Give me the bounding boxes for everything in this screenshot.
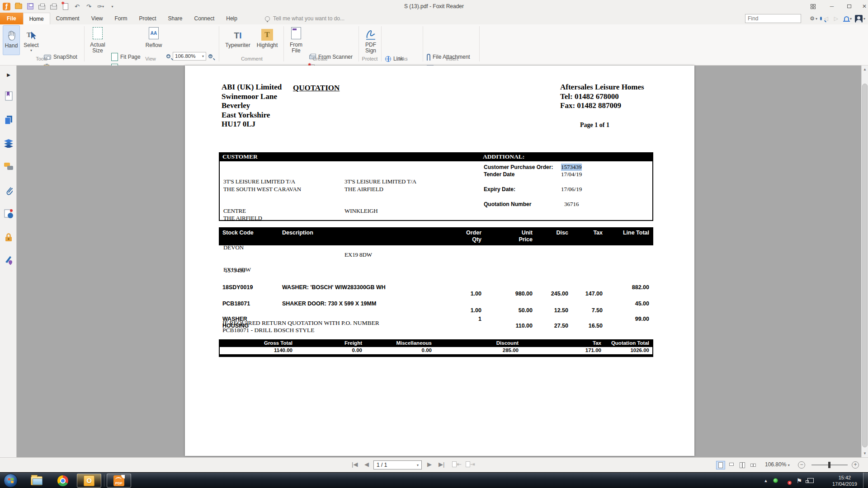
layers-panel-icon[interactable]: [3, 138, 14, 149]
typewriter-button[interactable]: TI Typewriter: [223, 25, 252, 55]
close-button[interactable]: ✕: [855, 0, 868, 13]
taskbar-clock[interactable]: 15:42 17/04/2019: [832, 473, 857, 488]
tab-form[interactable]: Form: [109, 13, 133, 24]
taskbar-file-explorer-button[interactable]: [24, 474, 49, 488]
tell-me-box[interactable]: Tell me what you want to do...: [265, 13, 344, 24]
highlight-button[interactable]: T Highlight: [254, 25, 280, 55]
find-box[interactable]: [745, 14, 801, 23]
zoom-percentage-label[interactable]: 106.80% ▾: [765, 461, 790, 468]
arrange-windows-button[interactable]: [804, 0, 822, 13]
from-file-button[interactable]: From File: [287, 25, 305, 55]
hand-icon: [3, 28, 19, 41]
network-icon[interactable]: [807, 478, 814, 483]
paperclip-icon: [427, 54, 430, 61]
taskbar-outlook-button[interactable]: O: [77, 474, 101, 488]
scroll-down-button[interactable]: ▼: [862, 450, 868, 457]
redo-icon[interactable]: ↷: [85, 3, 93, 10]
page-number-combobox[interactable]: 1 / 1▾: [373, 460, 422, 469]
taskbar-chrome-button[interactable]: [51, 474, 75, 488]
bookmarks-panel-icon[interactable]: [3, 90, 14, 101]
tray-status-icon[interactable]: [773, 478, 778, 483]
tab-home[interactable]: Home: [23, 13, 50, 24]
zoom-slider-handle[interactable]: [828, 462, 830, 468]
page-thumbnails-panel-icon[interactable]: [3, 114, 14, 125]
foxit-logo-icon[interactable]: ƒ: [3, 3, 10, 10]
tab-file[interactable]: File: [0, 13, 23, 24]
expand-panel-icon[interactable]: ▶: [3, 69, 14, 80]
total-header-gross: Gross Total: [229, 340, 292, 346]
scrollbar-thumb[interactable]: [862, 84, 868, 447]
scroll-up-button[interactable]: ▲: [862, 66, 868, 73]
forward-navigation-icon[interactable]: ▷: [834, 14, 838, 23]
account-avatar-button[interactable]: ▾: [855, 14, 865, 23]
actual-size-button[interactable]: Actual Size: [87, 25, 108, 55]
first-page-button[interactable]: |◀: [352, 461, 358, 468]
tab-comment[interactable]: Comment: [50, 13, 85, 24]
quotation-notes: IF REQUIRED RETURN QUOTATION WITH P.O. N…: [222, 319, 379, 333]
select-button[interactable]: T Select▾: [22, 25, 41, 55]
volume-muted-icon[interactable]: ✕: [783, 478, 791, 484]
settings-menu-button[interactable]: ⚙▾: [810, 14, 817, 23]
hand-tool-quick-icon[interactable]: ✑▾: [97, 3, 104, 10]
back-navigation-icon[interactable]: ◁: [824, 14, 828, 23]
minimize-button[interactable]: ─: [823, 0, 841, 13]
show-hidden-icons-button[interactable]: ▲: [764, 479, 768, 483]
page-dropdown-caret[interactable]: ▾: [417, 463, 419, 467]
status-bar: |◀ ◀ 1 / 1▾ ▶ ▶| ⇤ ⇥ 106.80% ▾ − +: [0, 457, 868, 472]
digital-signatures-panel-icon[interactable]: [3, 254, 14, 265]
tab-protect[interactable]: Protect: [133, 13, 162, 24]
hand-button[interactable]: Hand: [3, 25, 20, 55]
pdf-page[interactable]: ABI (UK) Limited Swinemoor Lane Beverley…: [185, 66, 694, 456]
pdf-sign-button[interactable]: PDF Sign: [362, 25, 380, 55]
last-page-button[interactable]: ▶|: [439, 461, 444, 468]
item-row-description: WASHER: 'BOSCH' WIW283300GB WH: [282, 284, 386, 291]
show-desktop-button[interactable]: [863, 473, 868, 488]
print-icon[interactable]: [38, 3, 46, 10]
reflow-button[interactable]: AA Reflow: [144, 25, 164, 55]
action-center-flag-icon[interactable]: ⚑: [796, 477, 802, 484]
item-row-line-total: 99.00: [599, 316, 649, 322]
col-header-line-total: Line Total: [599, 230, 649, 236]
zoom-level-combobox[interactable]: 106.80%▾: [173, 52, 206, 61]
tab-view[interactable]: View: [85, 13, 109, 24]
field-value-tender-date: 17/04/19: [561, 171, 582, 178]
create-pdf-icon[interactable]: [61, 3, 69, 10]
windows-taskbar: O PDF ▲ ✕ ⚑ 15:42 17/04/2019: [0, 472, 868, 488]
facing-layout-button[interactable]: [738, 461, 747, 469]
next-page-button[interactable]: ▶: [427, 461, 432, 468]
single-page-layout-button[interactable]: [716, 461, 725, 469]
notifications-bell-button[interactable]: ▾: [844, 14, 852, 23]
open-file-icon[interactable]: [14, 3, 22, 10]
start-button[interactable]: [4, 474, 18, 488]
print-preview-icon[interactable]: [50, 3, 57, 10]
find-input[interactable]: [745, 15, 820, 22]
customize-qat-icon[interactable]: ▾: [108, 3, 116, 10]
previous-page-button[interactable]: ◀: [364, 461, 369, 468]
field-label-purchase-order: Customer Purchase Order:: [484, 164, 553, 170]
tab-share[interactable]: Share: [162, 13, 189, 24]
zoom-in-button[interactable]: +: [852, 461, 859, 469]
tell-me-text: Tell me what you want to do...: [273, 15, 344, 22]
zoom-in-icon[interactable]: [208, 54, 212, 58]
previous-view-button[interactable]: ⇤: [452, 461, 462, 468]
connected-pdf-panel-icon[interactable]: [3, 208, 14, 219]
zoom-out-button[interactable]: −: [798, 461, 805, 469]
vertical-scrollbar[interactable]: ▲ ▼: [861, 66, 868, 457]
next-view-button[interactable]: ⇥: [466, 461, 475, 468]
security-panel-icon[interactable]: [3, 232, 14, 243]
comments-panel-icon[interactable]: [3, 161, 14, 172]
continuous-layout-button[interactable]: [727, 461, 736, 469]
continuous-facing-layout-button[interactable]: [749, 461, 758, 469]
window-title: S (13).pdf - Foxit Reader: [0, 0, 868, 13]
tab-connect[interactable]: Connect: [189, 13, 221, 24]
taskbar-foxit-button[interactable]: PDF: [107, 474, 131, 488]
item-row-qty: 1.00: [432, 291, 481, 297]
item-row-stock: 18SDY0019: [222, 284, 253, 291]
search-icon[interactable]: [820, 17, 822, 20]
undo-icon[interactable]: ↶: [73, 3, 81, 10]
select-dropdown-caret[interactable]: ▾: [22, 48, 41, 52]
attachments-panel-icon[interactable]: [3, 185, 14, 196]
typewriter-icon: TI: [223, 27, 252, 41]
tab-help[interactable]: Help: [220, 13, 243, 24]
save-icon[interactable]: [26, 3, 34, 10]
